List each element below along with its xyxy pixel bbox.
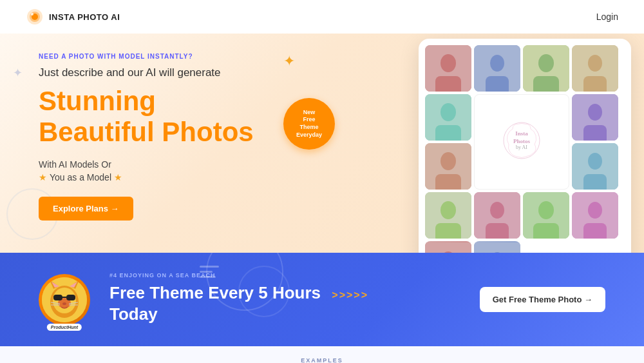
svg-rect-58 (53, 295, 62, 300)
svg-rect-34 (435, 223, 461, 239)
logo: INSTA PHOTO AI (26, 8, 120, 26)
banner-deco-circle2 (238, 266, 290, 317)
hero-description: Just describe and our AI will generate (39, 65, 605, 81)
svg-rect-47 (474, 242, 520, 253)
hero-section: ✦ NEED A PHOTO WITH MODEL INSTANTLY? Jus… (0, 34, 644, 253)
hero-you-model: ★ You as a Model ★ (39, 172, 605, 182)
star-icon-left: ★ (39, 172, 47, 182)
banner-avatar-inner (42, 277, 87, 322)
logo-text: INSTA PHOTO AI (49, 12, 120, 22)
svg-rect-60 (62, 297, 66, 298)
svg-point-61 (62, 302, 66, 305)
logo-icon (26, 8, 44, 26)
svg-rect-59 (66, 295, 75, 300)
svg-rect-43 (583, 223, 607, 239)
cat-avatar-image (42, 277, 87, 322)
badge-text: New Free Theme Everyday (296, 109, 322, 139)
get-free-theme-button[interactable]: Get Free Theme Photo → (480, 287, 605, 312)
deco-squiggle: ✦ (13, 66, 23, 80)
banner-title-line2: Today (109, 304, 158, 324)
svg-rect-40 (533, 223, 559, 239)
badge-circle: New Free Theme Everyday (283, 98, 335, 150)
navbar: INSTA PHOTO AI Login (0, 0, 644, 34)
examples-label: EXAMPLES (301, 357, 343, 363)
banner-avatar: ProductHunt (39, 274, 90, 326)
photo-cell (425, 241, 471, 253)
bottom-section: EXAMPLES AI Created Photos f ▣ in t f ▣ … (0, 346, 644, 363)
hero-title-line2: Beautiful Photos (39, 117, 254, 147)
svg-rect-44 (425, 242, 471, 253)
hero-model-text: With AI Models Or (39, 159, 605, 170)
photo-cell (474, 241, 520, 253)
banner-avatar-label: ProductHunt (47, 324, 82, 331)
hero-subtitle: NEED A PHOTO WITH MODEL INSTANTLY? (39, 53, 605, 60)
hero-title-line1: Stunning (39, 86, 156, 116)
login-button[interactable]: Login (596, 12, 618, 22)
deco-star-top: ✦ (283, 53, 295, 70)
banner-arrows: >>>>> (332, 289, 368, 302)
svg-point-3 (31, 13, 33, 15)
star-icon-right: ★ (114, 172, 122, 182)
explore-plans-button[interactable]: Explore Plans → (39, 197, 133, 221)
svg-rect-37 (486, 223, 509, 239)
blue-banner: ProductHunt #4 ENJOYING ON A SEA BEACH F… (0, 253, 644, 346)
